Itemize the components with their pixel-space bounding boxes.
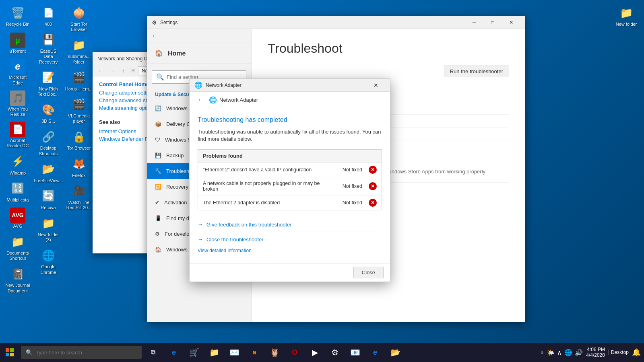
taskbar-edge-btn[interactable]: e [164,343,184,362]
desktop-icon-acrobat[interactable]: 📄 Acrobat Reader DC [3,120,32,150]
desktop-icon-start-tor[interactable]: 🧅 Start Tor Browser [64,3,93,34]
activation-icon: ✔ [155,200,159,206]
taskbar-tripadvisor-btn[interactable]: 🦉 [265,343,284,362]
problem-row-3: The Ethernet 2 adapter is disabled Not f… [198,195,382,210]
desktop-show-btn[interactable]: Desktop [608,350,629,355]
taskbar-ie-btn[interactable]: e [365,343,385,362]
desktop-icon-tor-browser[interactable]: 🔒 Tor Browser [64,127,93,152]
desktop-icon-utorrent[interactable]: µ µTorrent [3,31,32,56]
feedback-arrow-icon: → [198,221,203,228]
desktop-icon-google-chrome[interactable]: 🌐 Google Chrome [34,246,63,276]
dialog-close-btn[interactable]: ✕ [367,79,385,92]
taskbar-time: 4:06 PM [586,347,605,352]
desktop-icon-watch-red-pill[interactable]: 🎥 Watch The Red Pill 20... [64,181,93,212]
dialog-title-text: Network Adapter [206,82,363,88]
settings-home-nav[interactable]: 🏠 Home [147,43,251,64]
desktop-icon-firefox[interactable]: 🦊 Firefox [64,154,93,180]
taskbar-system-tray: » 🌤️ ∧ 🌐 🔊 4:06 PM 4/4/2020 Desktop 🔔 [538,347,644,358]
close-troubleshooter-link-text: Close the troubleshooter [206,237,264,243]
desktop-icon-3d[interactable]: 🎨 3D S... [34,100,63,125]
problems-table: Problems found "Ethernet 2" doesn't have… [198,149,382,210]
settings-title: Settings [160,20,465,25]
dialog-footer: Close [190,263,390,282]
desktop-icon-desktop-shortcuts[interactable]: 🔗 Desktop Shortcuts [34,127,63,158]
problem-status-3: Not fixed [338,200,362,206]
settings-back-row: ← [147,29,251,43]
taskbar-search-bar[interactable]: 🔍 [21,346,142,359]
desktop-icon-horus[interactable]: 🎬 Horus_Hern... [64,68,93,93]
taskbar-outlook-btn[interactable]: 📧 [345,343,365,362]
problem-status-1: Not fixed [338,167,362,173]
problem-row-2: A network cable is not properly plugged … [198,177,382,195]
dialog-nav-title: 🌐 Network Adapter [209,96,258,104]
dialog-back-btn[interactable]: ← [196,95,206,105]
desktop-icon-new-folder-3[interactable]: 📁 New folder (3) [34,214,63,244]
taskbar-search-input[interactable] [36,350,137,356]
nav-label-activation: Activation [164,200,187,206]
desktop-icon-avg[interactable]: AVG AVG [3,206,32,230]
taskbar-overflow-btn[interactable]: » [541,350,544,355]
troubleshoot-icon: 🔧 [155,168,161,174]
taskbar-media-btn[interactable]: ▶ [305,343,324,362]
desktop-icon-edge[interactable]: e Microsoft Edge [3,57,32,87]
desktop-icon-winamp[interactable]: ⚡ Winamp [3,152,32,177]
nav-label-backup: Backup [166,152,184,158]
settings-window-controls: ─ □ ✕ [465,16,520,29]
recycle-bin-icon: 🗑️ [10,5,26,21]
desktop-icon-rich-text[interactable]: 📝 New Rich Text Doc... [34,68,63,99]
desktop-icon-sublimina[interactable]: 📁 'sublimina... folder [64,35,93,66]
desktop-icon-480[interactable]: 📄 480 [34,3,63,29]
svg-rect-1 [10,348,14,352]
delivery-opt-icon: 📦 [155,121,161,127]
feedback-link-text: Give feedback on this troubleshooter [206,222,292,228]
windows-logo-icon [6,348,14,356]
desktop-icon-documents-shortcut[interactable]: 📁 Documents Shortcut [3,232,32,263]
settings-close-btn[interactable]: ✕ [502,16,520,29]
taskbar-amazon-btn[interactable]: a [245,343,264,362]
windows-security-icon: 🛡 [155,137,160,143]
close-troubleshooter-link-row[interactable]: → Close the troubleshooter [198,232,382,247]
run-troubleshooter-btn[interactable]: Run the troubleshooter [444,66,509,77]
tray-volume-icon[interactable]: 🔊 [575,349,583,356]
notifications-btn[interactable]: 🔔 [632,348,641,357]
settings-maximize-btn[interactable]: □ [483,16,502,29]
taskbar-explorer-btn[interactable]: 📁 [204,343,224,362]
taskbar-mail-btn[interactable]: ✉️ [225,343,244,362]
windows-insider-icon: 🏠 [155,247,161,253]
feedback-link-row[interactable]: → Give feedback on this troubleshooter [198,217,382,232]
taskbar-settings-btn[interactable]: ⚙ [325,343,345,362]
desktop-icon-multiplicata[interactable]: 🔢 Multiplicata [3,179,32,204]
cp-up-btn[interactable]: ↑ [118,66,128,76]
tray-chevron-icon[interactable]: ∧ [557,349,562,356]
desktop-icons-topright: 📁 New folder [612,3,641,29]
cp-back-btn[interactable]: ← [96,66,105,76]
taskbar-store-btn[interactable]: 🛒 [184,343,204,362]
search-icon: 🔍 [156,73,164,81]
recovery-icon: 🔁 [155,184,161,190]
desktop-icon-easeus[interactable]: 💾 EaseUS Data Recovery [34,30,63,66]
home-icon: 🏠 [155,49,163,57]
taskbar-file-mgr-btn[interactable]: 📂 [386,343,405,362]
desktop-icon-freefileview[interactable]: 📂 FreeFileView... [34,160,63,185]
taskbar-opera-btn[interactable]: O [285,343,304,362]
cp-forward-btn[interactable]: → [107,66,117,76]
start-button[interactable] [0,343,19,362]
problem-row-1: "Ethernet 2" doesn't have a valid IP con… [198,162,382,177]
taskbar-app-icons: e 🛒 📁 ✉️ a 🦉 O ▶ ⚙ 📧 e 📂 [164,343,405,362]
nav-label-recovery: Recovery [166,184,188,190]
settings-minimize-btn[interactable]: ─ [465,16,483,29]
task-view-btn[interactable]: ⧉ [143,343,163,362]
settings-back-btn[interactable]: ← [152,32,158,39]
backup-icon: 💾 [155,152,161,158]
dialog-close-footer-btn[interactable]: Close [353,267,384,278]
desktop-icon-recycle-bin[interactable]: 🗑️ Recycle Bin [3,3,32,29]
view-detail-link[interactable]: View detailed information [198,248,252,257]
desktop-icon-when-you-realize[interactable]: 🎵 When You Realize [3,89,32,119]
desktop-icon-vlc[interactable]: 🎬 VLC media player [64,95,93,125]
desktop-icon-recuva[interactable]: 🔄 Recuva [34,187,63,212]
desktop-icon-new-folder-top[interactable]: 📁 New folder [612,3,641,29]
svg-rect-2 [6,353,9,356]
desktop-icon-new-journal[interactable]: 📓 New Journal Document [3,264,32,295]
taskbar-datetime[interactable]: 4:06 PM 4/4/2020 [586,347,605,358]
troubleshooter-dialog: 🌐 Network Adapter ✕ ← 🌐 Network Adapter … [189,78,390,282]
